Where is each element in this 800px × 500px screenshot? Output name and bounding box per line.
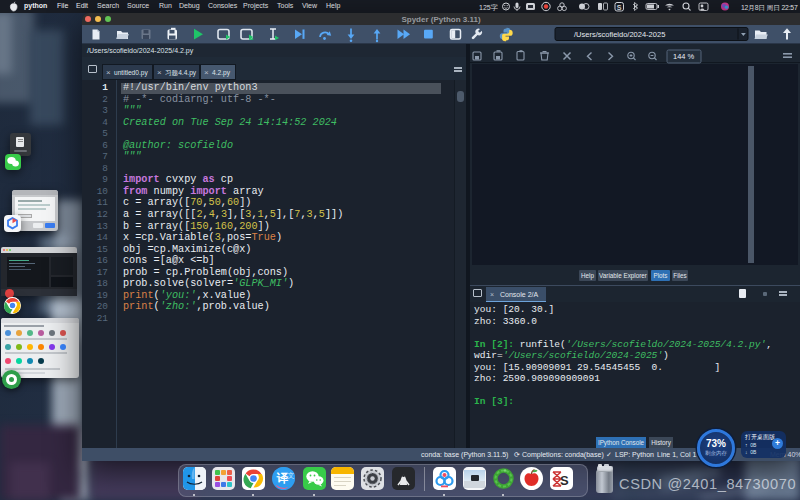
svg-text:144 %: 144 % bbox=[673, 52, 695, 61]
svg-text:/Users/scofieldo/2024-2025: /Users/scofieldo/2024-2025 bbox=[574, 30, 665, 39]
svg-text:S: S bbox=[560, 473, 569, 488]
svg-text:S: S bbox=[617, 4, 622, 11]
